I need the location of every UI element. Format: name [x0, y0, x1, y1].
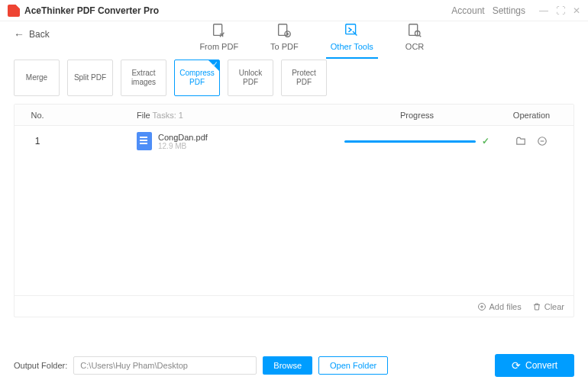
success-check-icon: ✓: [482, 136, 489, 146]
close-icon[interactable]: ✕: [573, 5, 580, 16]
remove-row-icon[interactable]: [537, 136, 548, 146]
tool-protect-pdf[interactable]: Protect PDF: [281, 60, 327, 96]
file-icon: [137, 132, 152, 150]
open-folder-button[interactable]: Open Folder: [318, 356, 388, 375]
svg-rect-4: [409, 24, 418, 36]
add-files-button[interactable]: Add files: [477, 302, 522, 311]
ocr-icon: [406, 22, 423, 39]
tab-other-tools[interactable]: Other Tools: [326, 19, 378, 59]
tab-ocr[interactable]: OCR: [401, 19, 428, 59]
tool-split-pdf[interactable]: Split PDF: [67, 60, 113, 96]
col-progress: Progress: [344, 111, 489, 120]
tool-merge[interactable]: Merge: [14, 60, 60, 96]
output-folder-label: Output Folder:: [14, 361, 67, 370]
col-no: No.: [15, 111, 60, 120]
file-list: No. File Tasks: 1 Progress Operation 1 C…: [14, 104, 574, 317]
settings-link[interactable]: Settings: [493, 5, 525, 16]
file-name: CongDan.pdf: [158, 133, 208, 142]
table-header: No. File Tasks: 1 Progress Operation: [15, 105, 573, 126]
bottom-bar: Output Folder: Browse Open Folder Conver…: [0, 348, 588, 383]
plus-circle-icon: [477, 302, 486, 311]
from-pdf-icon: [211, 22, 228, 39]
col-file: File Tasks: 1: [60, 111, 344, 120]
app-logo-icon: [8, 5, 20, 17]
table-row: 1 CongDan.pdf 12.9 MB ✓: [15, 126, 573, 156]
title-bar: AceThinker PDF Converter Pro Account Set…: [0, 0, 588, 21]
account-link[interactable]: Account: [451, 5, 484, 16]
to-pdf-icon: [276, 22, 292, 39]
trash-icon: [532, 302, 541, 311]
tab-to-pdf[interactable]: To PDF: [266, 19, 303, 59]
back-button[interactable]: Back: [14, 28, 50, 40]
tool-unlock-pdf[interactable]: Unlock PDF: [228, 60, 273, 96]
progress-bar: [344, 140, 476, 143]
col-operation: Operation: [489, 111, 573, 120]
convert-button[interactable]: Convert: [495, 354, 574, 377]
row-no: 1: [15, 136, 60, 146]
other-tools-icon: [344, 22, 360, 39]
maximize-icon[interactable]: ⛶: [556, 5, 565, 16]
output-folder-input[interactable]: [73, 356, 257, 375]
app-title: AceThinker PDF Converter Pro: [24, 5, 159, 16]
tool-extract-images[interactable]: Extract images: [121, 60, 166, 96]
clear-button[interactable]: Clear: [532, 302, 564, 311]
tab-from-pdf[interactable]: From PDF: [195, 19, 243, 59]
browse-button[interactable]: Browse: [263, 356, 312, 375]
file-size: 12.9 MB: [158, 142, 208, 150]
svg-rect-1: [279, 24, 287, 36]
minimize-icon[interactable]: —: [539, 5, 548, 16]
open-folder-icon[interactable]: [515, 136, 526, 146]
tool-compress-pdf[interactable]: Compress PDF: [174, 60, 220, 96]
